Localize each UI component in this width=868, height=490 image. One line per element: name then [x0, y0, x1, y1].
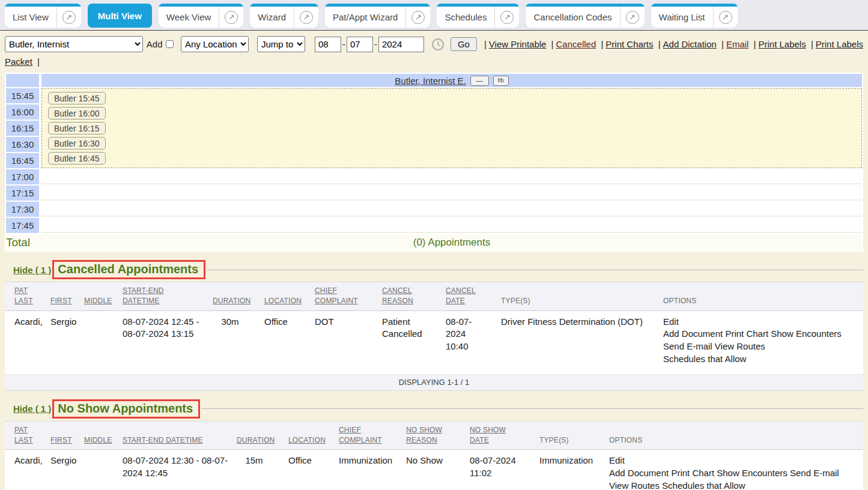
cell-types: Immunization [539, 455, 609, 490]
schedule-corner-cell [6, 74, 39, 87]
col-types: TYPE(S) [501, 296, 663, 306]
empty-time-slot[interactable] [41, 217, 862, 233]
external-link-icon[interactable]: ↗ [225, 11, 238, 24]
open-slot-button[interactable]: Butler 16:15 [48, 122, 106, 135]
col-cancel-date[interactable]: CANCEL DATE [446, 286, 501, 307]
col-pat-last[interactable]: PAT LAST [14, 286, 50, 307]
tab-schedules[interactable]: Schedules ↗ [437, 4, 519, 28]
col-pat-last[interactable]: PAT LAST [14, 425, 50, 446]
multi-view-schedule: Butler, Internist E. — f/b 15:45 16:00 1… [5, 73, 863, 252]
print-labels-packet-link-wrap[interactable]: Packet [5, 56, 32, 67]
empty-time-slot[interactable] [41, 168, 862, 184]
col-middle[interactable]: MIDDLE [84, 435, 123, 446]
cell-first: Sergio [50, 316, 84, 366]
open-slot-button[interactable]: Butler 16:00 [48, 107, 106, 119]
time-label: 16:45 [6, 153, 39, 168]
open-availability-block: Butler 15:45 Butler 16:00 Butler 16:15 B… [41, 88, 862, 168]
print-charts-link[interactable]: Print Charts [605, 39, 653, 49]
col-noshow-date[interactable]: NO SHOW DATE [470, 425, 539, 446]
tab-week-view[interactable]: Week View ↗ [159, 4, 243, 28]
view-printable-link[interactable]: View Printable [489, 39, 547, 49]
go-button[interactable]: Go [451, 37, 477, 51]
add-checkbox[interactable] [166, 40, 174, 49]
cancelled-paging-status: DISPLAYING 1-1 / 1 [5, 375, 863, 391]
col-start-end[interactable]: START-END DATETIME [123, 435, 237, 446]
cancelled-link[interactable]: Cancelled [556, 39, 596, 49]
action-links: |View Printable |Cancelled |Print Charts… [482, 39, 863, 49]
cell-duration: 15m [237, 455, 288, 490]
col-duration[interactable]: DURATION [213, 296, 264, 306]
hide-cancelled-link[interactable]: Hide ( 1 ) [13, 265, 51, 275]
date-separator: - [342, 39, 345, 49]
time-label: 17:45 [6, 218, 39, 233]
cell-middle [84, 316, 123, 366]
print-labels-link[interactable]: Print Labels [758, 39, 806, 49]
external-link-icon[interactable]: ↗ [62, 11, 76, 24]
external-link-icon[interactable]: ↗ [626, 11, 639, 24]
col-start-end[interactable]: START-END DATETIME [123, 286, 213, 307]
cell-options[interactable]: Edit Add Document Print Chart Show Encou… [663, 316, 863, 366]
col-cancel-reason[interactable]: CANCEL REASON [382, 286, 446, 307]
external-link-icon[interactable]: ↗ [500, 11, 514, 24]
provider-header-link[interactable]: Butler, Internist E. [395, 76, 466, 86]
empty-time-slot[interactable] [41, 184, 862, 201]
tab-list-view[interactable]: List View ↗ [5, 4, 81, 28]
cell-location: Office [288, 455, 339, 490]
col-middle[interactable]: MIDDLE [84, 296, 123, 306]
empty-time-slot[interactable] [41, 201, 862, 217]
table-row: Acardi, Sergio 08-07-2024 12:30 - 08-07-… [5, 450, 863, 490]
annotation-highlight-box: No Show Appointments [52, 399, 200, 419]
cell-location: Office [264, 316, 315, 366]
col-options: OPTIONS [663, 296, 863, 306]
tab-wizard[interactable]: Wizard ↗ [250, 4, 318, 28]
add-dictation-link[interactable]: Add Dictation [663, 39, 717, 49]
external-link-icon[interactable]: ↗ [719, 11, 732, 24]
clock-icon[interactable] [431, 38, 445, 51]
tab-waiting-list[interactable]: Waiting List ↗ [651, 4, 738, 28]
email-link[interactable]: Email [726, 39, 749, 49]
external-link-icon[interactable]: ↗ [411, 11, 425, 24]
cell-options[interactable]: Edit Add Document Print Chart Show Encou… [609, 455, 863, 490]
date-year-input[interactable] [378, 37, 424, 52]
provider-select[interactable]: Butler, Internist [5, 36, 143, 52]
cell-chief-complaint: DOT [315, 316, 382, 366]
col-location[interactable]: LOCATION [264, 296, 315, 306]
minimize-column-button[interactable]: — [470, 76, 489, 86]
time-column: 15:45 16:00 16:15 16:30 16:45 17:00 17:1… [6, 87, 39, 234]
cell-noshow-reason: No Show [406, 455, 470, 490]
cell-middle [84, 455, 123, 490]
cell-cancel-reason: Patient Cancelled [382, 316, 446, 366]
fb-toggle-button[interactable]: f/b [493, 76, 509, 86]
col-first[interactable]: FIRST [50, 435, 84, 446]
appointments-count: (0) Appointments [41, 235, 862, 250]
tab-multi-view[interactable]: Multi View [88, 4, 152, 28]
col-location[interactable]: LOCATION [288, 435, 339, 446]
total-label: Total [6, 235, 39, 250]
date-month-input[interactable] [315, 37, 341, 52]
open-slot-button[interactable]: Butler 16:45 [48, 152, 106, 165]
open-slot-button[interactable]: Butler 16:30 [48, 137, 106, 150]
external-link-icon[interactable]: ↗ [300, 11, 313, 24]
date-day-input[interactable] [347, 37, 373, 52]
col-chief-complaint[interactable]: CHIEF COMPLAINT [339, 425, 406, 446]
cell-pat-last: Acardi, [14, 455, 50, 490]
col-noshow-reason[interactable]: NO SHOW REASON [406, 425, 470, 446]
time-label: 17:15 [6, 186, 39, 201]
provider-schedule-column: Butler 15:45 Butler 16:00 Butler 16:15 B… [41, 87, 862, 234]
jump-to-select[interactable]: Jump to [257, 36, 305, 52]
tab-pat-appt-wizard[interactable]: Pat/Appt Wizard ↗ [325, 4, 430, 28]
col-chief-complaint[interactable]: CHIEF COMPLAINT [315, 286, 382, 307]
hide-noshow-link[interactable]: Hide ( 1 ) [13, 404, 51, 414]
cell-noshow-date: 08-07-2024 11:02 [470, 455, 539, 490]
cancelled-appointments-section: Hide ( 1 ) Cancelled Appointments PAT LA… [5, 260, 863, 391]
noshow-section-title: No Show Appointments [58, 402, 193, 415]
open-slot-button[interactable]: Butler 15:45 [48, 92, 106, 104]
col-first[interactable]: FIRST [50, 296, 84, 306]
print-labels-packet-link[interactable]: Print Labels [816, 39, 863, 49]
col-duration[interactable]: DURATION [237, 435, 288, 446]
location-select[interactable]: Any Location [181, 36, 249, 52]
time-label: 17:30 [6, 202, 39, 217]
schedule-toolbar: Butler, Internist Add Any Location Jump … [0, 31, 868, 70]
noshow-appointments-table: PAT LAST FIRST MIDDLE START-END DATETIME… [5, 421, 863, 490]
tab-cancellation-codes[interactable]: Cancellation Codes ↗ [526, 4, 644, 28]
